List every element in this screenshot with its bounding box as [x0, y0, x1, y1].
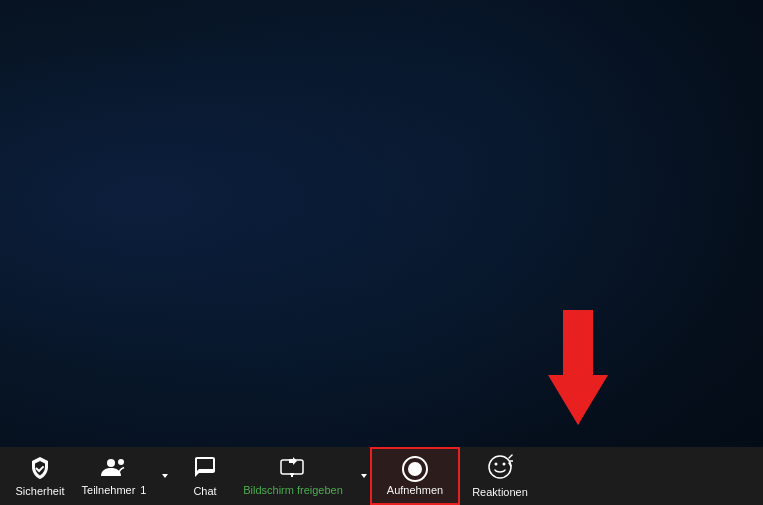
- chat-label: Chat: [193, 485, 216, 497]
- svg-point-10: [503, 463, 506, 466]
- record-icon: [402, 456, 428, 482]
- svg-marker-2: [162, 474, 168, 478]
- record-label: Aufnehmen: [387, 484, 443, 496]
- people-icon: [101, 456, 127, 482]
- share-label: Bildschirm freigeben: [243, 484, 343, 496]
- arrow-head: [548, 375, 608, 425]
- svg-point-1: [118, 459, 124, 465]
- reactions-icon: [487, 454, 513, 484]
- shield-icon: [28, 455, 52, 483]
- share-main: Bildschirm freigeben: [235, 450, 351, 502]
- svg-point-0: [107, 459, 115, 467]
- participants-main: Teilnehmer 1: [74, 450, 155, 502]
- participants-count: 1: [140, 484, 146, 496]
- participants-label: Teilnehmer: [82, 484, 136, 496]
- security-label: Sicherheit: [16, 485, 65, 497]
- toolbar-item-reactions[interactable]: Reaktionen: [460, 447, 540, 505]
- arrow-shaft: [563, 310, 593, 375]
- toolbar-item-record[interactable]: Aufnehmen: [370, 447, 460, 505]
- arrow-indicator: [548, 310, 608, 440]
- toolbar-item-security[interactable]: Sicherheit: [0, 447, 80, 505]
- svg-point-8: [489, 456, 511, 478]
- toolbar: Sicherheit Teilnehmer 1: [0, 447, 763, 505]
- chat-icon: [193, 455, 217, 483]
- share-screen-icon: [280, 456, 306, 482]
- participants-label-row: Teilnehmer 1: [82, 484, 147, 496]
- toolbar-item-chat[interactable]: Chat: [170, 447, 240, 505]
- toolbar-item-participants[interactable]: Teilnehmer 1: [80, 447, 170, 505]
- svg-line-11: [509, 455, 512, 458]
- svg-marker-7: [361, 474, 367, 478]
- background: [0, 0, 763, 505]
- record-dot: [408, 462, 422, 476]
- toolbar-item-share[interactable]: Bildschirm freigeben: [240, 447, 370, 505]
- reactions-label: Reaktionen: [472, 486, 528, 498]
- svg-marker-4: [289, 457, 297, 465]
- svg-point-9: [495, 463, 498, 466]
